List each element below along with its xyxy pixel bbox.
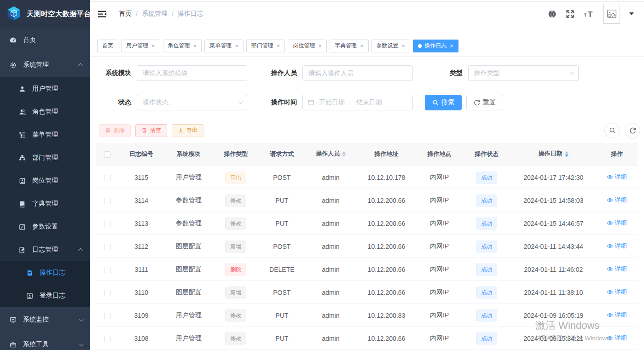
tab[interactable]: 首页: [97, 40, 118, 52]
reset-button[interactable]: 重置: [466, 95, 503, 110]
system-module-label: 系统模块: [99, 69, 131, 77]
sidebar-item-system-monitor[interactable]: 系统监控: [0, 307, 90, 332]
col-operator-sortable[interactable]: 操作人员: [305, 143, 356, 166]
search-button[interactable]: 搜索: [425, 95, 462, 110]
tab[interactable]: 部门管理 ×: [246, 40, 285, 52]
clear-button[interactable]: 清空: [135, 124, 167, 137]
detail-button[interactable]: 详细: [607, 334, 627, 342]
sidebar-collapse-icon[interactable]: [98, 10, 107, 18]
row-checkbox[interactable]: [104, 244, 110, 250]
sidebar-item-role-manage[interactable]: 角色管理: [0, 100, 90, 123]
tab-close-icon[interactable]: ×: [402, 43, 406, 49]
tab[interactable]: 字典管理 ×: [330, 40, 369, 52]
operation-type-tag: 修改: [225, 310, 246, 321]
cell-operation-date: 2024-01-11 11:46:02: [511, 258, 596, 281]
eye-icon: [607, 197, 613, 203]
download-icon: [178, 127, 184, 133]
filter-system-module: 系统模块: [99, 65, 247, 81]
refresh-table-button[interactable]: [625, 123, 640, 138]
sidebar-item-home[interactable]: 首页: [0, 28, 90, 52]
cell-operation-location: 内网IP: [417, 281, 463, 304]
dashboard-icon: [9, 36, 17, 44]
tab-close-icon[interactable]: ×: [318, 43, 322, 49]
detail-button[interactable]: 详细: [607, 196, 627, 204]
cell-request-method: PUT: [259, 189, 305, 212]
tab-close-icon[interactable]: ×: [193, 43, 197, 49]
detail-button[interactable]: 详细: [607, 173, 627, 181]
col-log-id: 日志编号: [118, 143, 164, 166]
tab[interactable]: 操作日志 ×: [413, 40, 458, 52]
sidebar-item-log-manage[interactable]: 日志管理: [0, 238, 90, 261]
sidebar-item-dict-manage[interactable]: 字典管理: [0, 192, 90, 215]
sidebar-item-user-manage[interactable]: 用户管理: [0, 77, 90, 100]
export-button[interactable]: 导出: [172, 124, 203, 137]
date-range-picker[interactable]: 开始日期 - 结束日期: [302, 95, 413, 110]
tab-close-icon[interactable]: ×: [151, 43, 155, 49]
fullscreen-icon[interactable]: [566, 10, 574, 18]
cell-operation-date: 2024-01-15 14:58:03: [511, 189, 596, 212]
status-tag: 成功: [476, 172, 497, 184]
cell-operation-address: 10.12.200.83: [356, 304, 416, 327]
sort-carets-icon[interactable]: [342, 149, 346, 159]
detail-button[interactable]: 详细: [607, 242, 627, 250]
tab-close-icon[interactable]: ×: [235, 43, 238, 49]
row-checkbox[interactable]: [104, 290, 110, 296]
tab[interactable]: 参数设置 ×: [371, 40, 411, 52]
tab[interactable]: 岗位管理 ×: [288, 40, 327, 52]
detail-button[interactable]: 详细: [607, 265, 627, 273]
detail-button[interactable]: 详细: [607, 311, 627, 319]
operation-type-tag: 修改: [225, 333, 246, 344]
row-checkbox[interactable]: [104, 313, 110, 319]
tab[interactable]: 角色管理 ×: [163, 40, 202, 52]
row-checkbox[interactable]: [104, 336, 110, 342]
sidebar-item-dept-manage[interactable]: 部门管理: [0, 146, 90, 169]
sidebar-item-menu-manage[interactable]: 菜单管理: [0, 123, 90, 146]
toggle-search-button[interactable]: [604, 123, 620, 138]
breadcrumb-home[interactable]: 首页: [119, 10, 132, 18]
language-globe-icon[interactable]: [548, 10, 557, 18]
operator-input[interactable]: [302, 65, 413, 81]
operation-type-tag: 新增: [225, 241, 246, 252]
sidebar-item-param-settings[interactable]: 参数设置: [0, 215, 90, 238]
col-request-method: 请求方式: [259, 143, 305, 166]
sidebar-item-login-log[interactable]: 登录日志: [0, 284, 90, 307]
tab[interactable]: 用户管理 ×: [121, 40, 160, 52]
tab-close-icon[interactable]: ×: [277, 43, 280, 49]
system-module-input[interactable]: [137, 65, 247, 81]
delete-button[interactable]: 删除: [99, 124, 131, 137]
font-size-icon[interactable]: TT: [584, 10, 594, 18]
sidebar-item-system-tools[interactable]: 系统工具: [0, 332, 90, 350]
sidebar-item-system-manage[interactable]: 系统管理: [0, 52, 90, 77]
status-tag: 成功: [476, 195, 497, 207]
document-pencil-icon: [26, 269, 33, 276]
row-checkbox[interactable]: [104, 267, 110, 273]
sort-carets-icon[interactable]: [565, 149, 569, 159]
sidebar-item-operation-log[interactable]: 操作日志: [0, 261, 90, 284]
select-all-checkbox[interactable]: [104, 151, 110, 158]
row-checkbox[interactable]: [104, 198, 110, 204]
type-select[interactable]: 操作类型: [468, 65, 579, 81]
detail-button[interactable]: 详细: [607, 219, 627, 227]
cell-request-method: PUT: [259, 212, 305, 235]
row-checkbox[interactable]: [104, 175, 110, 181]
sidebar-item-post-manage[interactable]: 岗位管理: [0, 169, 90, 192]
cell-operation-date: 2024-01-15 14:46:57: [511, 212, 596, 235]
cell-system-module: 参数管理: [164, 212, 213, 235]
cell-operation-date: 2024-01-09 15:34:21: [511, 327, 596, 350]
user-menu-caret-icon[interactable]: [629, 12, 634, 17]
avatar[interactable]: [603, 4, 620, 24]
calendar-icon: [307, 99, 314, 106]
detail-button[interactable]: 详细: [607, 288, 627, 296]
col-operation-date-sortable[interactable]: 操作日期: [511, 143, 596, 166]
operation-type-tag: 删除: [225, 264, 246, 275]
tab[interactable]: 菜单管理 ×: [204, 40, 244, 52]
row-checkbox[interactable]: [104, 221, 110, 227]
operation-type-tag: 修改: [225, 218, 246, 230]
tab-close-icon[interactable]: ×: [360, 43, 364, 49]
cell-system-module: 图层配置: [164, 281, 213, 304]
tab-close-icon[interactable]: ×: [450, 43, 453, 49]
operation-type-tag: 新增: [225, 287, 246, 298]
status-select[interactable]: 操作状态: [137, 95, 247, 110]
status-tag: 成功: [476, 218, 497, 230]
breadcrumb-system: 系统管理: [142, 10, 168, 18]
